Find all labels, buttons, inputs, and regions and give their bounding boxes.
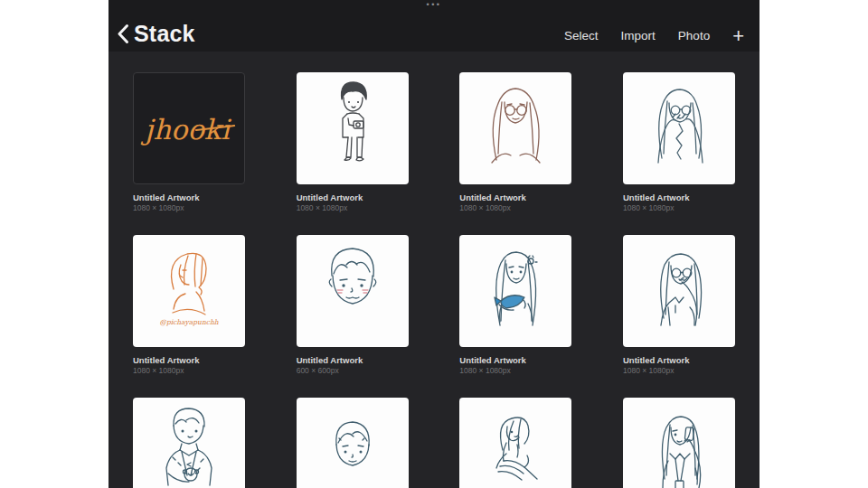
artwork-thumbnail[interactable] <box>623 235 735 347</box>
signature-text: jhooki <box>140 114 231 145</box>
gallery-app-window: ••• Stack Select Import Photo + jhooki U… <box>108 0 760 488</box>
artwork-thumbnail[interactable] <box>623 72 735 184</box>
artwork-card[interactable]: @pichayapunchh Untitled Artwork 1080 × 1… <box>133 235 245 375</box>
artwork-dimensions: 1080 × 1080px <box>623 366 735 375</box>
chevron-left-icon <box>117 23 129 44</box>
back-button[interactable]: Stack <box>117 21 195 47</box>
select-button[interactable]: Select <box>564 29 599 42</box>
gallery-header: ••• Stack Select Import Photo + <box>108 0 760 52</box>
add-artwork-button[interactable]: + <box>732 30 744 42</box>
photo-button[interactable]: Photo <box>678 29 710 42</box>
artwork-card[interactable]: Untitled Artwork 1080 × 1080px <box>459 72 571 212</box>
artwork-dimensions: 1080 × 1080px <box>459 203 571 212</box>
artwork-thumbnail[interactable]: @pichayapunchh <box>133 235 245 347</box>
girl-profile-sketch-icon: @pichayapunchh <box>133 235 245 347</box>
girl-phone-sketch-icon <box>623 398 735 488</box>
artwork-card[interactable] <box>623 398 735 488</box>
artwork-dimensions: 1080 × 1080px <box>133 203 245 212</box>
artwork-card[interactable] <box>459 398 571 488</box>
artwork-title: Untitled Artwork <box>133 192 245 202</box>
artwork-thumbnail[interactable] <box>459 398 571 488</box>
artwork-dimensions: 1080 × 1080px <box>459 366 571 375</box>
artwork-title: Untitled Artwork <box>623 192 735 202</box>
artwork-card[interactable] <box>297 398 409 488</box>
boy-face-sketch-icon <box>297 235 409 347</box>
artwork-title: Untitled Artwork <box>297 355 409 365</box>
boy-face-2-sketch-icon <box>297 398 409 488</box>
artwork-title: Untitled Artwork <box>459 192 571 202</box>
girl-chin-sketch-icon <box>623 235 735 347</box>
page-title: Stack <box>134 21 195 47</box>
artwork-dimensions: 1080 × 1080px <box>133 366 245 375</box>
artwork-dimensions: 1080 × 1080px <box>623 203 735 212</box>
artwork-thumbnail[interactable]: jhooki <box>133 72 245 184</box>
artwork-dimensions: 1080 × 1080px <box>297 203 409 212</box>
girl-glasses-sketch-icon <box>459 72 571 184</box>
artwork-thumbnail[interactable] <box>297 72 409 184</box>
artwork-card[interactable]: Untitled Artwork 1080 × 1080px <box>459 235 571 375</box>
artwork-title: Untitled Artwork <box>133 355 245 365</box>
artwork-dimensions: 600 × 600px <box>297 366 409 375</box>
multitask-handle[interactable]: ••• <box>108 0 760 10</box>
artwork-thumbnail[interactable] <box>297 235 409 347</box>
girl-hands-face-sketch-icon <box>623 72 735 184</box>
artwork-grid: jhooki Untitled Artwork 1080 × 1080px Un… <box>108 52 760 488</box>
import-button[interactable]: Import <box>621 29 656 42</box>
boy-monkey-sketch-icon <box>133 398 245 488</box>
artwork-thumbnail[interactable] <box>623 398 735 488</box>
signature-sketch-icon: jhooki <box>134 73 244 183</box>
artwork-thumbnail[interactable] <box>297 398 409 488</box>
artwork-card[interactable]: jhooki Untitled Artwork 1080 × 1080px <box>133 72 245 212</box>
girl-fish-sketch-icon <box>459 235 571 347</box>
artwork-thumbnail[interactable] <box>459 72 571 184</box>
header-actions: Select Import Photo + <box>564 29 744 47</box>
artwork-card[interactable] <box>133 398 245 488</box>
girl-sitting-sketch-icon <box>459 398 571 488</box>
artwork-card[interactable]: Untitled Artwork 600 × 600px <box>297 235 409 375</box>
artist-handle-caption: @pichayapunchh <box>159 318 218 326</box>
artwork-title: Untitled Artwork <box>623 355 735 365</box>
boy-camera-sketch-icon <box>297 72 409 184</box>
artwork-thumbnail[interactable] <box>133 398 245 488</box>
artwork-card[interactable]: Untitled Artwork 1080 × 1080px <box>623 235 735 375</box>
artwork-card[interactable]: Untitled Artwork 1080 × 1080px <box>623 72 735 212</box>
artwork-title: Untitled Artwork <box>459 355 571 365</box>
artwork-card[interactable]: Untitled Artwork 1080 × 1080px <box>297 72 409 212</box>
artwork-title: Untitled Artwork <box>297 192 409 202</box>
artwork-thumbnail[interactable] <box>459 235 571 347</box>
